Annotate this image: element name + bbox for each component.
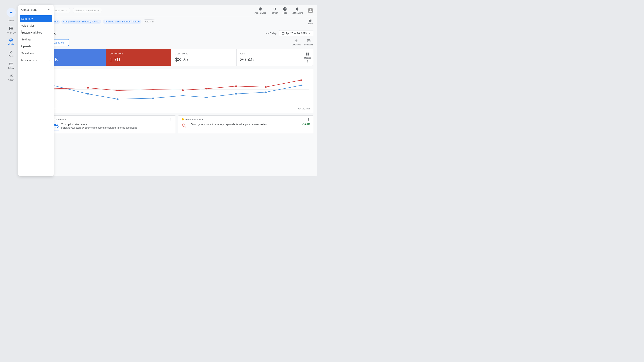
chevron-down-icon <box>48 59 50 62</box>
svg-point-29 <box>170 118 171 119</box>
chart-x-label-right: Apr 25, 2023 <box>298 108 310 110</box>
rec-body-2: 36 ad groups do not have any keywords fo… <box>181 123 310 129</box>
date-range-button[interactable]: Apr 20 — 26, 2023 <box>279 30 314 36</box>
action-row: New campaign Download Feedback <box>40 39 314 46</box>
recommendation-card-1: Recommendation 55.6% Your optimization <box>40 115 176 134</box>
svg-point-12 <box>87 93 89 94</box>
cost-per-conv-metric-card[interactable]: Cost / conv. $3.25 <box>171 49 236 66</box>
main-area: All campaigns Select a campaign Appearan… <box>36 5 317 176</box>
conversions-metric-card[interactable]: Conversions 1.70 <box>106 49 171 66</box>
sidebar-item-tools[interactable]: Tools <box>4 48 18 59</box>
svg-point-31 <box>170 120 171 121</box>
save-button[interactable]: Save <box>306 18 314 26</box>
left-sidebar: Create Campaigns Goals Tools Billing <box>4 5 18 176</box>
lightbulb-icon-2 <box>181 118 184 121</box>
svg-point-13 <box>116 98 119 100</box>
panel-item-measurement[interactable]: Measurement <box>18 57 54 64</box>
panel-item-custom-variables[interactable]: Custom variables <box>18 29 54 36</box>
sidebar-item-goals[interactable]: Goals <box>4 36 18 47</box>
line-chart: 2 1 0 <box>44 72 310 106</box>
chevron-down-small-icon <box>308 32 311 35</box>
overview-area: Overview Last 7 days Apr 20 — 26, 2023 N… <box>36 27 317 136</box>
filters-row: Workspace filter Campaign status: Enable… <box>36 16 317 27</box>
rec-header-left-2: Recommendation <box>181 118 204 121</box>
chart-area: 2 1 0 <box>40 69 314 113</box>
panel-items: Summary Value rules Custom variables Set… <box>18 14 54 65</box>
campaign-status-filter-tag[interactable]: Campaign status: Enabled, Paused <box>61 20 101 24</box>
svg-point-33 <box>308 120 308 120</box>
cost-per-conv-value: $3.25 <box>175 56 232 63</box>
svg-point-18 <box>264 92 267 93</box>
sidebar-item-admin[interactable]: Admin <box>4 72 18 82</box>
notifications-label: Notifications <box>292 12 303 14</box>
cost-per-conv-label: Cost / conv. <box>175 52 232 55</box>
appearance-button[interactable]: Appearance <box>255 7 266 14</box>
svg-point-27 <box>264 86 267 88</box>
cost-metric-card[interactable]: Cost $6.45 <box>236 49 302 66</box>
svg-point-24 <box>182 90 184 91</box>
chart-x-labels: Apr 19, 2023 Apr 25, 2023 <box>44 107 310 110</box>
more-vert-icon <box>306 60 309 63</box>
ad-group-status-filter-tag[interactable]: Ad group status: Enabled, Paused <box>103 20 142 24</box>
metrics-cards: Clicks 39.7K Conversions 1.70 Cost / con… <box>40 49 314 66</box>
panel-item-value-rules[interactable]: Value rules <box>18 22 54 29</box>
panel-header: Conversions <box>18 5 54 14</box>
tools-label: Tools <box>8 55 14 57</box>
rec-title-1: Your optimization score <box>61 123 172 126</box>
notifications-button[interactable]: Notifications <box>292 7 303 14</box>
sidebar-item-campaigns[interactable]: Campaigns <box>4 25 18 35</box>
overview-header: Overview Last 7 days Apr 20 — 26, 2023 <box>40 30 314 36</box>
svg-point-17 <box>235 93 237 94</box>
help-label: Help <box>282 12 287 14</box>
rec-title-2: 36 ad groups do not have any keywords fo… <box>191 123 300 126</box>
goals-label: Goals <box>8 43 14 46</box>
conversions-label: Conversions <box>110 52 167 55</box>
campaigns-filter-dropdown[interactable]: Select a campaign <box>73 8 102 13</box>
panel-item-salesforce[interactable]: Salesforce <box>18 50 54 57</box>
more-metrics-button[interactable]: Metrics <box>302 49 313 66</box>
panel-item-summary[interactable]: Summary <box>20 15 52 22</box>
more-vert-icon-2[interactable] <box>307 118 310 121</box>
download-icon <box>294 39 298 43</box>
recommendation-card-2: Recommendation 36 ad groups do not have … <box>178 115 314 134</box>
metrics-label: Metrics <box>304 57 311 59</box>
cost-label: Cost <box>240 52 298 55</box>
help-button[interactable]: Help <box>282 7 287 14</box>
cost-value: $6.45 <box>240 56 298 63</box>
feedback-button[interactable]: Feedback <box>304 39 314 46</box>
date-range-value: Apr 20 — 26, 2023 <box>286 32 307 35</box>
refresh-button[interactable]: Refresh <box>271 7 278 14</box>
panel-item-uploads[interactable]: Uploads <box>18 43 54 50</box>
svg-point-19 <box>300 84 302 86</box>
date-range-label: Last 7 days <box>265 32 278 35</box>
add-filter-button[interactable]: Add filter <box>143 19 156 24</box>
svg-point-30 <box>170 120 171 120</box>
create-button[interactable] <box>6 8 16 17</box>
chevron-up-icon[interactable] <box>47 8 50 11</box>
svg-point-26 <box>235 86 237 87</box>
refresh-label: Refresh <box>271 12 278 14</box>
panel-title: Conversions <box>21 8 37 11</box>
feedback-icon <box>307 39 311 43</box>
sidebar-item-billing[interactable]: Billing <box>4 60 18 71</box>
download-button[interactable]: Download <box>292 39 301 46</box>
svg-rect-0 <box>9 63 13 65</box>
rec-text-2: 36 ad groups do not have any keywords fo… <box>191 123 300 126</box>
svg-point-21 <box>87 87 89 88</box>
rec-header-1: Recommendation <box>44 118 172 121</box>
svg-point-34 <box>308 120 308 121</box>
svg-point-25 <box>205 88 208 89</box>
svg-point-2 <box>308 60 308 60</box>
calendar-icon <box>282 32 284 35</box>
appearance-label: Appearance <box>255 12 266 14</box>
panel-item-settings[interactable]: Settings <box>18 36 54 43</box>
user-avatar[interactable] <box>308 8 314 14</box>
conversions-value: 1.70 <box>110 56 167 63</box>
more-vert-icon-1[interactable] <box>169 118 172 121</box>
rec-header-2: Recommendation <box>181 118 310 121</box>
svg-point-15 <box>182 95 184 96</box>
create-label: Create <box>8 19 14 22</box>
app-container: Create Campaigns Goals Tools Billing <box>0 0 322 181</box>
admin-label: Admin <box>8 79 14 81</box>
conversions-panel: Conversions Summary Value rules Custom v… <box>18 5 54 176</box>
